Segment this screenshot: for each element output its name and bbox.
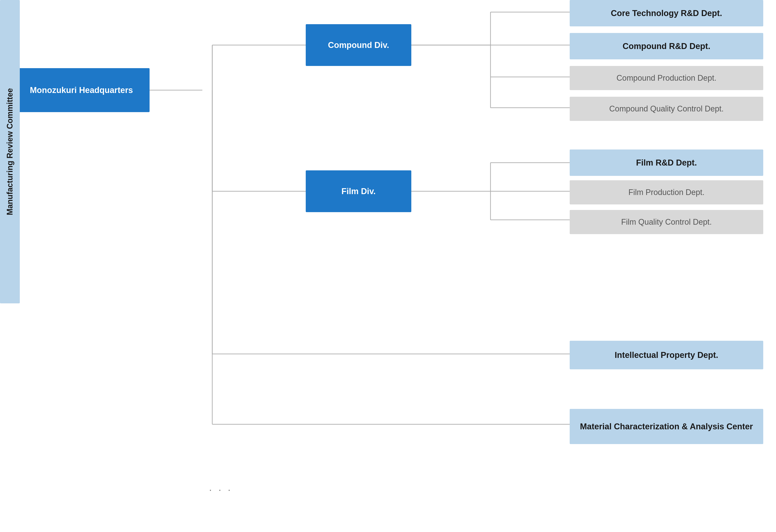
continuation-dots: · · · xyxy=(209,484,232,496)
compound-production-label: Compound Production Dept. xyxy=(616,73,716,83)
film-rd-node: Film R&D Dept. xyxy=(570,150,763,176)
compound-production-node: Compound Production Dept. xyxy=(570,66,763,90)
compound-quality-node: Compound Quality Control Dept. xyxy=(570,97,763,121)
film-div-node: Film Div. xyxy=(306,170,411,212)
compound-quality-label: Compound Quality Control Dept. xyxy=(609,104,724,113)
manufacturing-review-node: Manufacturing Review Committee xyxy=(0,0,20,303)
compound-div-label: Compound Div. xyxy=(328,40,389,50)
core-tech-node: Core Technology R&D Dept. xyxy=(570,0,763,26)
film-quality-label: Film Quality Control Dept. xyxy=(621,217,712,227)
core-tech-label: Core Technology R&D Dept. xyxy=(611,9,722,18)
manufacturing-review-label: Manufacturing Review Committee xyxy=(5,88,14,215)
film-quality-node: Film Quality Control Dept. xyxy=(570,210,763,234)
compound-div-node: Compound Div. xyxy=(306,24,411,66)
material-characterization-label: Material Characterization & Analysis Cen… xyxy=(580,422,753,431)
film-production-label: Film Production Dept. xyxy=(628,188,705,197)
compound-rd-label: Compound R&D Dept. xyxy=(623,41,711,51)
org-chart: Monozukuri Headquarters Manufacturing Re… xyxy=(0,0,776,532)
film-rd-label: Film R&D Dept. xyxy=(636,158,697,168)
film-production-node: Film Production Dept. xyxy=(570,180,763,205)
material-characterization-node: Material Characterization & Analysis Cen… xyxy=(570,409,763,444)
compound-rd-node: Compound R&D Dept. xyxy=(570,33,763,59)
monozukuri-hq-label: Monozukuri Headquarters xyxy=(30,85,133,95)
intellectual-property-label: Intellectual Property Dept. xyxy=(615,350,718,360)
monozukuri-hq-node: Monozukuri Headquarters xyxy=(13,68,150,112)
intellectual-property-node: Intellectual Property Dept. xyxy=(570,341,763,369)
film-div-label: Film Div. xyxy=(341,187,376,196)
